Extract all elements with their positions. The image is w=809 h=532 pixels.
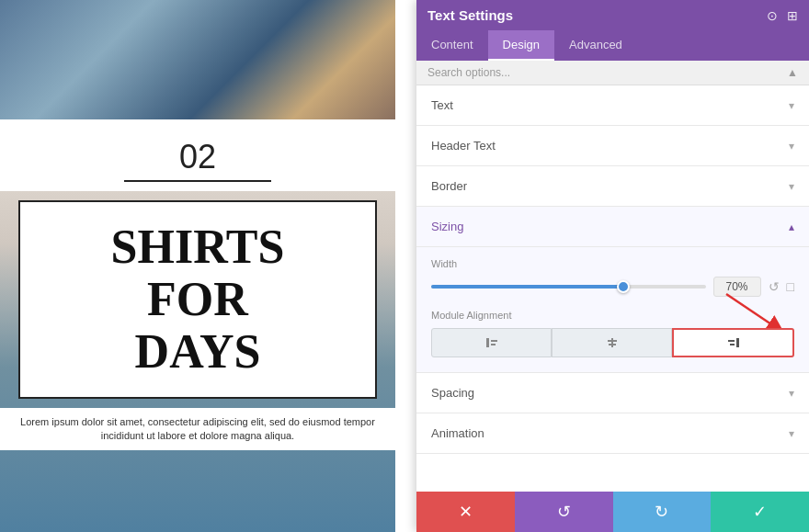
svg-rect-7 — [736, 338, 739, 347]
panel-body: Text ▾ Header Text ▾ Border ▾ Sizing ▴ W… — [416, 85, 809, 492]
section-border-label: Border — [431, 179, 467, 193]
section-spacing-chevron: ▾ — [789, 387, 794, 400]
save-button[interactable]: ✓ — [711, 492, 809, 532]
section-animation-label: Animation — [431, 426, 484, 440]
svg-line-0 — [726, 294, 777, 328]
section-spacing-label: Spacing — [431, 386, 474, 400]
align-center-button[interactable] — [552, 328, 672, 357]
width-label: Width — [431, 258, 794, 269]
section-header-text-label: Header Text — [431, 139, 496, 153]
width-slider[interactable] — [431, 285, 706, 289]
section-sizing-label: Sizing — [431, 220, 463, 233]
redo-button[interactable]: ↻ — [613, 492, 712, 532]
slider-track — [431, 285, 623, 289]
section-sizing-chevron: ▴ — [789, 221, 794, 233]
svg-rect-4 — [611, 338, 613, 347]
svg-rect-3 — [491, 344, 496, 345]
section-text-chevron: ▾ — [789, 99, 794, 112]
section-animation[interactable]: Animation ▾ — [416, 413, 809, 454]
tab-advanced[interactable]: Advanced — [554, 30, 637, 61]
svg-rect-2 — [491, 340, 497, 342]
section-sizing[interactable]: Sizing ▴ — [416, 207, 809, 247]
number-section: 02 — [0, 119, 395, 191]
shirts-text: SHIRTS FOR DAYS — [111, 221, 285, 379]
slider-thumb[interactable] — [617, 280, 630, 293]
cancel-icon: ✕ — [459, 502, 473, 522]
alignment-wrapper — [431, 328, 794, 357]
expand-icon[interactable]: ⊞ — [787, 8, 798, 23]
cancel-button[interactable]: ✕ — [416, 492, 515, 532]
section-number: 02 — [37, 138, 359, 176]
section-text-label: Text — [431, 98, 453, 112]
tab-content[interactable]: Content — [416, 30, 488, 61]
search-expand-icon[interactable]: ▲ — [787, 66, 798, 79]
alignment-buttons — [431, 328, 794, 357]
page-content: 02 SHIRTS FOR DAYS Lorem ipsum dolor sit… — [0, 119, 395, 450]
settings-icon[interactable]: ⊙ — [767, 8, 778, 23]
panel-header-icons: ⊙ ⊞ — [767, 8, 798, 23]
undo-button[interactable]: ↺ — [515, 492, 613, 532]
section-text[interactable]: Text ▾ — [416, 85, 809, 126]
tab-design[interactable]: Design — [488, 30, 554, 61]
panel-title: Text Settings — [427, 7, 513, 23]
search-bar[interactable]: Search options... ▲ — [416, 61, 809, 85]
panel-header: Text Settings ⊙ ⊞ — [416, 0, 809, 30]
panel-tabs: Content Design Advanced — [416, 30, 809, 61]
section-header-text-chevron: ▾ — [789, 140, 794, 153]
section-border-chevron: ▾ — [789, 180, 794, 193]
sizing-content: Width 70% ↺ □ Module Alignment — [416, 247, 809, 373]
redo-icon: ↻ — [655, 502, 668, 522]
shirts-box: SHIRTS FOR DAYS — [18, 200, 377, 399]
svg-rect-6 — [609, 344, 616, 345]
page-background: 02 SHIRTS FOR DAYS Lorem ipsum dolor sit… — [0, 0, 395, 532]
section-border[interactable]: Border ▾ — [416, 166, 809, 207]
svg-rect-8 — [728, 340, 735, 342]
panel-footer: ✕ ↺ ↻ ✓ — [416, 492, 809, 532]
number-underline — [124, 180, 271, 182]
save-icon: ✓ — [753, 502, 767, 522]
undo-icon: ↺ — [557, 502, 571, 522]
search-placeholder: Search options... — [427, 66, 510, 79]
settings-panel: Text Settings ⊙ ⊞ Content Design Advance… — [416, 0, 809, 532]
section-spacing[interactable]: Spacing ▾ — [416, 373, 809, 413]
lorem-ipsum: Lorem ipsum dolor sit amet, consectetur … — [0, 408, 395, 451]
section-animation-chevron: ▾ — [789, 427, 794, 440]
svg-rect-1 — [486, 338, 489, 347]
align-right-button[interactable] — [672, 328, 794, 357]
svg-rect-5 — [608, 340, 617, 342]
section-header-text[interactable]: Header Text ▾ — [416, 126, 809, 166]
svg-rect-9 — [730, 344, 735, 345]
bg-image-top — [0, 0, 395, 119]
align-left-button[interactable] — [431, 328, 552, 357]
